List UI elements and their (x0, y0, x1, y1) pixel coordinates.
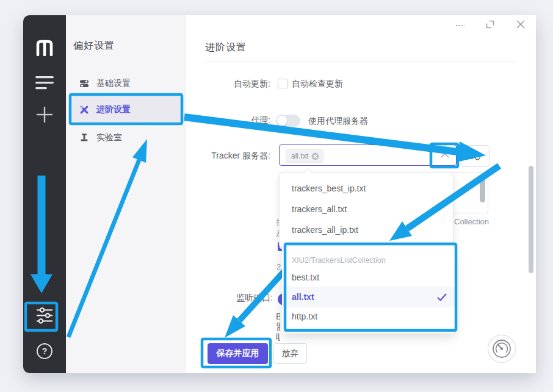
speedometer-icon (487, 334, 516, 363)
tracker-help-collection: Collection (454, 217, 489, 226)
screenshot-stage: ? 偏好设置 基础设置 (0, 0, 553, 392)
menu-label: 进阶设置 (96, 104, 131, 115)
tag-label: all.txt (291, 152, 308, 160)
selected-tracker-tag[interactable]: all.txt (286, 149, 323, 163)
dropdown-item[interactable]: trackers_all.txt (280, 199, 453, 219)
auto-update-checkbox[interactable] (278, 79, 287, 88)
plus-icon (37, 107, 52, 123)
tracker-server-label: Tracker 服务器: (186, 151, 270, 162)
maximize-button[interactable] (485, 19, 496, 30)
auto-update-label: 自动更新: (186, 79, 270, 90)
menu-label: 基础设置 (96, 78, 131, 89)
help-glyph: ? (42, 346, 48, 356)
dropdown-item[interactable]: best.txt (282, 268, 455, 287)
minimize-icon (455, 19, 465, 30)
advanced-settings-icon (79, 105, 89, 115)
dropdown-item[interactable]: trackers_all_ip.txt (280, 219, 453, 240)
preferences-panel: 偏好设置 基础设置 (66, 15, 186, 373)
proxy-label: 代理: (186, 115, 270, 126)
dropdown-item[interactable]: trackers_best_ip.txt (280, 178, 453, 199)
menu-item-basic-settings[interactable]: 基础设置 (72, 74, 181, 93)
logo-m-icon (34, 37, 55, 56)
proxy-option-label: 使用代理服务器 (308, 116, 368, 127)
sidebar-item-task-list[interactable] (23, 76, 66, 90)
listen-port-label: 监听端口: (192, 293, 273, 304)
sidebar-item-preferences[interactable] (23, 307, 66, 324)
speed-limit-button[interactable] (487, 334, 516, 363)
dropdown-group-label: XIU2/TrackersListCollection (282, 251, 455, 268)
selected-check-icon (437, 293, 447, 301)
tracker-select-input[interactable]: all.txt (279, 144, 457, 166)
minimize-button[interactable] (455, 19, 466, 30)
lab-icon (79, 133, 89, 143)
save-and-apply-button[interactable]: 保存并应用 (208, 343, 268, 364)
sync-trackers-button[interactable] (461, 145, 490, 167)
tracker-dropdown-group-panel: XIU2/TrackersListCollection best.txt all… (282, 246, 455, 333)
sync-icon (469, 151, 482, 162)
sync-time-fragment: 2 (276, 262, 281, 271)
auto-update-option-label: 自动检查更新 (292, 79, 343, 90)
menu-item-lab[interactable]: 实验室 (72, 129, 181, 147)
textarea-scrollbar-thumb[interactable] (480, 176, 485, 202)
app-logo (23, 37, 66, 56)
proxy-toggle[interactable] (276, 115, 300, 127)
close-icon (516, 20, 525, 29)
sidebar-item-add-task[interactable] (23, 107, 66, 123)
page-scrollbar-thumb[interactable] (529, 166, 533, 273)
preferences-title: 偏好设置 (73, 40, 115, 52)
sidebar: ? (23, 15, 66, 373)
discard-button[interactable]: 放弃 (273, 343, 307, 364)
basic-settings-icon (79, 79, 89, 88)
task-list-icon (35, 76, 54, 90)
maximize-icon (486, 20, 494, 29)
help-icon: ? (37, 343, 52, 359)
chevron-up-icon[interactable] (440, 152, 450, 159)
sidebar-item-help[interactable]: ? (23, 343, 66, 359)
tracker-dropdown-panel: trackers_best_ip.txt trackers_all.txt tr… (279, 173, 454, 248)
dropdown-group-divider (289, 243, 445, 243)
dropdown-item[interactable]: http.txt (282, 307, 455, 326)
preferences-sliders-icon (35, 307, 54, 324)
title-divider (205, 62, 516, 62)
menu-item-advanced-settings[interactable]: 进阶设置 (72, 101, 181, 119)
tag-close-icon[interactable] (311, 152, 319, 160)
close-button[interactable] (515, 19, 526, 30)
dropdown-item-selected[interactable]: all.txt (282, 287, 455, 307)
menu-label: 实验室 (96, 132, 122, 143)
toggle-knob (277, 116, 287, 126)
page-title: 进阶设置 (205, 41, 247, 54)
selected-item-label: all.txt (292, 292, 314, 302)
